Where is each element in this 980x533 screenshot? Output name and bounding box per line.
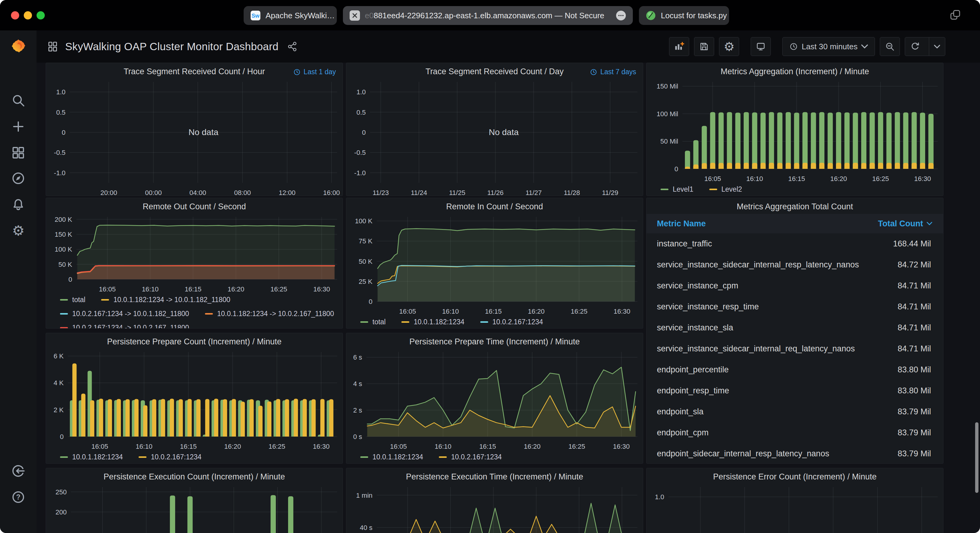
help-icon[interactable]: ? — [11, 490, 25, 504]
panel-title[interactable]: Remote In Count / Second — [346, 198, 643, 214]
svg-text:-1.0: -1.0 — [354, 169, 366, 177]
close-tab-icon[interactable] — [350, 10, 360, 21]
svg-text:4 K: 4 K — [54, 379, 64, 387]
svg-text:0: 0 — [675, 165, 678, 173]
navbar-controls: ⚙ Last 30 minutes — [669, 37, 945, 56]
search-icon[interactable] — [11, 93, 25, 108]
svg-text:16:20: 16:20 — [528, 308, 544, 315]
legend-item[interactable]: total — [360, 318, 385, 326]
svg-text:4 s: 4 s — [353, 380, 362, 387]
legend-item[interactable]: Level1 — [660, 185, 694, 194]
metric-name-cell: service_instance_sla — [646, 323, 897, 333]
panel-title[interactable]: Metrics Aggregation (Increment) / Minute — [646, 63, 943, 79]
window-close-button[interactable] — [11, 11, 19, 19]
total-count-cell: 84.71 Mil — [897, 344, 943, 354]
legend-swatch — [709, 189, 717, 190]
svg-text:04:00: 04:00 — [189, 189, 206, 196]
zoom-out-button[interactable] — [880, 37, 900, 56]
tab-overview-icon[interactable] — [950, 9, 963, 22]
panel-title[interactable]: Persistence Error Count (Increment) / Mi… — [646, 468, 943, 484]
browser-chrome: Sw Apache SkyWalki… e0881eed4-22961232.a… — [0, 0, 980, 30]
svg-text:1.0: 1.0 — [655, 493, 664, 501]
panel-trace-segment-day: Trace Segment Received Count / DayLast 7… — [346, 63, 643, 196]
svg-text:0.5: 0.5 — [356, 109, 366, 116]
legend-label: 10.0.1.182:1234 — [72, 453, 123, 461]
legend-label: 10.0.2.167:1234 — [451, 453, 501, 461]
svg-text:16:15: 16:15 — [180, 443, 197, 450]
legend-row: 10.0.1.182:123410.0.2.167:1234 — [360, 450, 643, 464]
panel-time-override-link[interactable]: Last 7 days — [590, 68, 636, 76]
svg-text:6 K: 6 K — [54, 352, 64, 360]
sign-in-icon[interactable] — [11, 464, 25, 478]
legend-item[interactable]: 10.0.2.167:1234 -> 10.0.2.167_11800 — [60, 324, 189, 329]
panel-persistence-execution-count: Persistence Execution Count (Increment) … — [46, 468, 343, 533]
legend-item[interactable]: 10.0.2.167:1234 -> 10.0.1.182_11800 — [60, 310, 189, 318]
save-dashboard-button[interactable] — [694, 37, 714, 56]
svg-text:16:10: 16:10 — [434, 443, 451, 450]
legend-item[interactable]: 10.0.1.182:1234 — [401, 318, 464, 326]
dashboards-icon[interactable] — [11, 146, 25, 160]
add-panel-button[interactable] — [669, 37, 689, 56]
panel-title[interactable]: Remote Out Count / Second — [46, 198, 343, 214]
panel-title[interactable]: Persistence Execution Time (Increment) /… — [346, 468, 643, 484]
tab-elb-dashboard[interactable]: e0881eed4-22961232.ap-east-1.elb.amazona… — [343, 6, 633, 25]
table-header-total-count[interactable]: Total Count — [878, 219, 943, 228]
legend-item[interactable]: 10.0.2.167:1234 — [439, 453, 501, 461]
svg-text:11/29: 11/29 — [602, 189, 618, 196]
window-zoom-button[interactable] — [37, 11, 45, 19]
time-range-picker[interactable]: Last 30 minutes — [782, 37, 875, 56]
refresh-interval-dropdown[interactable] — [929, 37, 945, 56]
legend-item[interactable]: 10.0.2.167:1234 — [480, 318, 543, 326]
panel-title[interactable]: Persistence Execution Count (Increment) … — [46, 468, 343, 484]
tab-strip: Sw Apache SkyWalki… e0881eed4-22961232.a… — [243, 6, 729, 25]
legend-swatch — [360, 456, 368, 458]
svg-text:0: 0 — [362, 128, 366, 136]
dashboard-title[interactable]: SkyWalking OAP Cluster Monitor Dashboard — [65, 40, 278, 52]
configuration-gear-icon[interactable]: ⚙ — [11, 223, 25, 238]
legend-item[interactable]: total — [60, 296, 85, 304]
window-minimize-button[interactable] — [24, 11, 32, 19]
legend-item[interactable]: Level2 — [709, 185, 742, 194]
legend-item[interactable]: 10.0.2.167:1234 — [138, 453, 201, 461]
svg-text:150 K: 150 K — [55, 231, 73, 238]
svg-text:-1.0: -1.0 — [54, 169, 65, 177]
tv-cycle-button[interactable] — [751, 37, 771, 56]
panel-time-override-link[interactable]: Last 1 day — [293, 68, 336, 76]
legend-item[interactable]: 10.0.1.182:1234 — [60, 453, 123, 461]
tab-apache-skywalking[interactable]: Sw Apache SkyWalki… — [243, 6, 337, 25]
svg-text:0: 0 — [369, 298, 372, 305]
share-icon[interactable] — [287, 41, 298, 52]
page-scrollbar-thumb[interactable] — [975, 422, 978, 493]
panel-remote-out-count: Remote Out Count / Second16:0516:1016:15… — [46, 198, 343, 328]
svg-text:00:00: 00:00 — [145, 189, 162, 196]
legend-swatch — [401, 321, 409, 323]
svg-text:16:10: 16:10 — [136, 443, 153, 450]
svg-text:1.0: 1.0 — [56, 88, 65, 96]
chart-canvas: 16:0516:1016:1516:2016:2516:30050 Mil100… — [646, 79, 943, 182]
chart-canvas: 1 min40 s — [346, 484, 643, 533]
table-header-metric-name[interactable]: Metric Name — [646, 219, 878, 228]
svg-text:2 K: 2 K — [54, 406, 64, 414]
tab-locust[interactable]: Locust for tasks.py — [639, 6, 729, 25]
svg-text:75 K: 75 K — [359, 237, 373, 245]
svg-text:16:15: 16:15 — [485, 308, 501, 315]
legend-item[interactable]: 10.0.1.182:1234 — [360, 453, 423, 461]
total-count-cell: 84.71 Mil — [897, 323, 943, 333]
dashboard-settings-button[interactable]: ⚙ — [719, 37, 739, 56]
panel-title[interactable]: Persistence Prepare Time (Increment) / M… — [346, 333, 643, 349]
grafana-logo[interactable] — [9, 36, 28, 56]
total-count-cell: 168.44 Mil — [893, 239, 943, 249]
svg-text:0: 0 — [60, 433, 64, 441]
refresh-button[interactable] — [905, 37, 925, 56]
legend-swatch — [60, 299, 68, 301]
explore-compass-icon[interactable] — [11, 171, 25, 186]
legend-swatch — [60, 456, 68, 458]
legend-item[interactable]: 10.0.1.182:1234 -> 10.0.2.167_11800 — [205, 310, 334, 318]
panel-title[interactable]: Metrics Aggregation Total Count — [646, 198, 943, 214]
alerting-bell-icon[interactable] — [11, 197, 25, 212]
legend-item[interactable]: 10.0.1.182:1234 -> 10.0.1.182_11800 — [101, 296, 230, 304]
panel-title[interactable]: Persistence Prepare Count (Increment) / … — [46, 333, 343, 349]
create-plus-icon[interactable] — [11, 119, 25, 134]
tab-options-icon[interactable] — [616, 10, 626, 21]
svg-text:-0.5: -0.5 — [354, 149, 366, 156]
